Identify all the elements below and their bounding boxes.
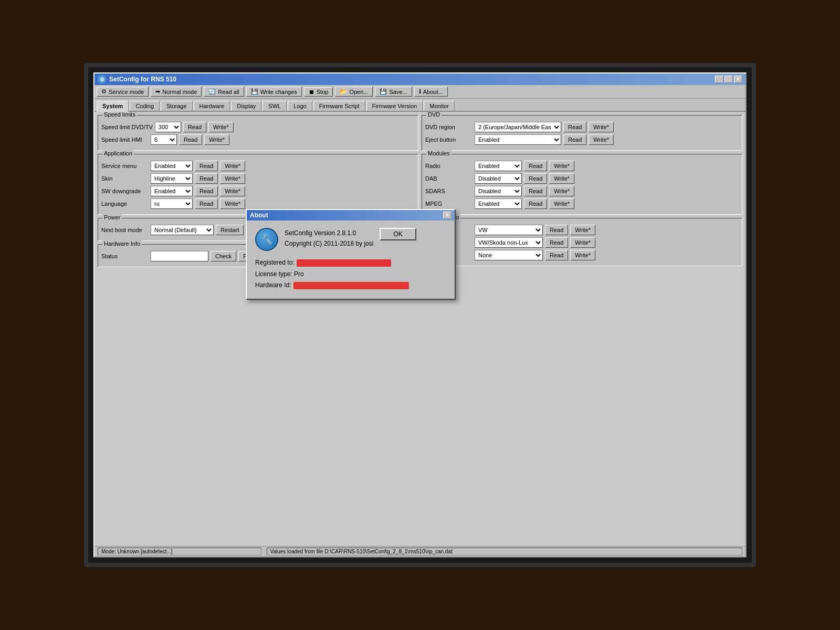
- minimize-button[interactable]: _: [715, 76, 723, 83]
- startup-logo-group: Startup logo Type VW Read Write*: [422, 218, 742, 266]
- tab-coding[interactable]: Coding: [130, 101, 160, 111]
- service-mode-button[interactable]: ⚙ Service mode: [97, 87, 149, 97]
- mpeg-read-button[interactable]: Read: [524, 198, 547, 209]
- tab-hardware[interactable]: Hardware: [194, 101, 230, 111]
- boot-mode-label: Next boot mode: [101, 227, 149, 233]
- stop-button[interactable]: ⏹ Stop: [304, 87, 333, 97]
- language-read-button[interactable]: Read: [195, 198, 218, 209]
- service-menu-select[interactable]: Enabled Disabled: [151, 161, 193, 171]
- sdars-label: SDARS: [425, 188, 472, 194]
- logo-type-select[interactable]: VW: [475, 225, 543, 235]
- about-title: About: [250, 212, 268, 219]
- sw-downgrade-select[interactable]: Enabled Disabled: [151, 186, 193, 196]
- dab-read-button[interactable]: Read: [524, 173, 547, 184]
- dvd-region-select[interactable]: 2 (Europe/Japan/Middle East: [475, 122, 561, 132]
- eject-read-button[interactable]: Read: [563, 134, 586, 145]
- logo-variant-select[interactable]: VW/Skoda non-Lux: [475, 237, 543, 248]
- hardware-id-label: Hardware Id:: [255, 280, 291, 291]
- service-menu-write-button[interactable]: Write*: [220, 161, 245, 171]
- boot-mode-select[interactable]: Normal (Default): [151, 225, 214, 235]
- logo-type-row: Type VW Read Write*: [425, 225, 739, 235]
- registered-label: Registered to:: [255, 257, 295, 269]
- about-button[interactable]: ℹ About...: [414, 87, 448, 97]
- logo-audio-row: Audio None Read Write*: [425, 250, 739, 260]
- mpeg-write-button[interactable]: Write*: [549, 198, 574, 209]
- mpeg-select[interactable]: Enabled Disabled: [475, 198, 522, 209]
- dvd-speed-read-button[interactable]: Read: [183, 122, 206, 132]
- skin-select[interactable]: Highline: [151, 173, 193, 184]
- about-ok-button[interactable]: OK: [380, 228, 416, 240]
- tab-swl[interactable]: SWL: [262, 101, 287, 111]
- normal-mode-button[interactable]: ➡ Normal mode: [151, 87, 202, 97]
- hmi-speed-read-button[interactable]: Read: [179, 134, 202, 145]
- tab-display[interactable]: Display: [231, 101, 261, 111]
- sw-downgrade-write-button[interactable]: Write*: [220, 186, 245, 196]
- tab-firmware-version[interactable]: Firmware Version: [366, 101, 423, 111]
- tab-firmware-script[interactable]: Firmware Script: [313, 101, 365, 111]
- hardware-info-title: Hardware Info: [102, 240, 142, 247]
- skin-label: Skin: [101, 175, 149, 182]
- sdars-read-button[interactable]: Read: [524, 186, 547, 196]
- language-select[interactable]: ru: [151, 198, 193, 209]
- tab-system[interactable]: System: [97, 101, 129, 112]
- dvd-group: DVD DVD region 2 (Europe/Japan/Middle Ea…: [422, 115, 742, 151]
- language-write-button[interactable]: Write*: [220, 198, 245, 209]
- window-title: SetConfig for RNS 510: [109, 76, 176, 83]
- logo-variant-write-button[interactable]: Write*: [570, 237, 595, 248]
- logo-audio-read-button[interactable]: Read: [545, 250, 568, 260]
- toolbar: ⚙ Service mode ➡ Normal mode 🔄 Read all …: [94, 85, 746, 99]
- tab-logo[interactable]: Logo: [288, 101, 312, 111]
- dab-select[interactable]: Disabled Enabled: [475, 173, 522, 184]
- save-button[interactable]: 💾 Save...: [375, 87, 412, 97]
- about-body: 🔧 SetConfig Version 2.8.1.0 Copyright (C…: [247, 220, 455, 299]
- radio-select[interactable]: Enabled Disabled: [475, 161, 522, 171]
- mpeg-label: MPEG: [425, 201, 472, 207]
- dvd-speed-select[interactable]: 300: [155, 122, 181, 132]
- maximize-button[interactable]: □: [724, 76, 733, 83]
- logo-audio-select[interactable]: None: [475, 250, 543, 260]
- sdars-write-button[interactable]: Write*: [549, 186, 574, 196]
- application-title: Application: [102, 150, 134, 156]
- radio-write-button[interactable]: Write*: [549, 161, 574, 171]
- dvd-region-row: DVD region 2 (Europe/Japan/Middle East R…: [425, 122, 739, 132]
- hmi-speed-select[interactable]: 6: [151, 134, 177, 145]
- license-row: License type: Pro: [255, 269, 446, 280]
- skin-write-button[interactable]: Write*: [220, 173, 245, 184]
- check-button[interactable]: Check: [211, 251, 236, 261]
- eject-write-button[interactable]: Write*: [589, 134, 614, 145]
- close-button[interactable]: ✕: [734, 76, 742, 83]
- dvd-speed-write-button[interactable]: Write*: [208, 122, 234, 132]
- radio-read-button[interactable]: Read: [524, 161, 547, 171]
- about-version: SetConfig Version 2.8.1.0: [285, 228, 373, 238]
- language-label: Language: [101, 201, 149, 207]
- dab-label: DAB: [425, 175, 472, 182]
- about-top: 🔧 SetConfig Version 2.8.1.0 Copyright (C…: [255, 228, 446, 251]
- skin-read-button[interactable]: Read: [195, 173, 218, 184]
- hmi-speed-write-button[interactable]: Write*: [204, 134, 229, 145]
- dvd-region-read-button[interactable]: Read: [563, 122, 586, 132]
- radio-label: Radio: [425, 163, 472, 169]
- eject-row: Eject button Enabled Disabled Read Write…: [425, 134, 739, 145]
- dvd-speed-row: Speed limit DVD/TV 300 Read Write*: [101, 122, 415, 132]
- tab-monitor[interactable]: Monitor: [424, 101, 455, 111]
- logo-audio-write-button[interactable]: Write*: [570, 250, 595, 260]
- tab-storage[interactable]: Storage: [161, 101, 193, 111]
- sw-downgrade-row: SW downgrade Enabled Disabled Read Write…: [101, 186, 415, 196]
- open-icon: 📂: [340, 88, 347, 95]
- sw-downgrade-read-button[interactable]: Read: [195, 186, 218, 196]
- tab-bar: System Coding Storage Hardware Display S…: [94, 99, 746, 112]
- status-input[interactable]: [151, 251, 208, 261]
- logo-type-write-button[interactable]: Write*: [570, 225, 595, 235]
- logo-type-read-button[interactable]: Read: [545, 225, 568, 235]
- logo-variant-read-button[interactable]: Read: [545, 237, 568, 248]
- eject-select[interactable]: Enabled Disabled: [475, 134, 561, 145]
- about-close-button[interactable]: ✕: [443, 212, 452, 219]
- dab-write-button[interactable]: Write*: [549, 173, 574, 184]
- write-changes-button[interactable]: 💾 Write changes: [246, 87, 302, 97]
- restart-button[interactable]: Restart: [216, 225, 244, 235]
- open-button[interactable]: 📂 Open...: [335, 87, 373, 97]
- service-menu-read-button[interactable]: Read: [195, 161, 218, 171]
- sdars-select[interactable]: Disabled Enabled: [475, 186, 522, 196]
- read-all-button[interactable]: 🔄 Read all: [204, 87, 244, 97]
- dvd-region-write-button[interactable]: Write*: [589, 122, 614, 132]
